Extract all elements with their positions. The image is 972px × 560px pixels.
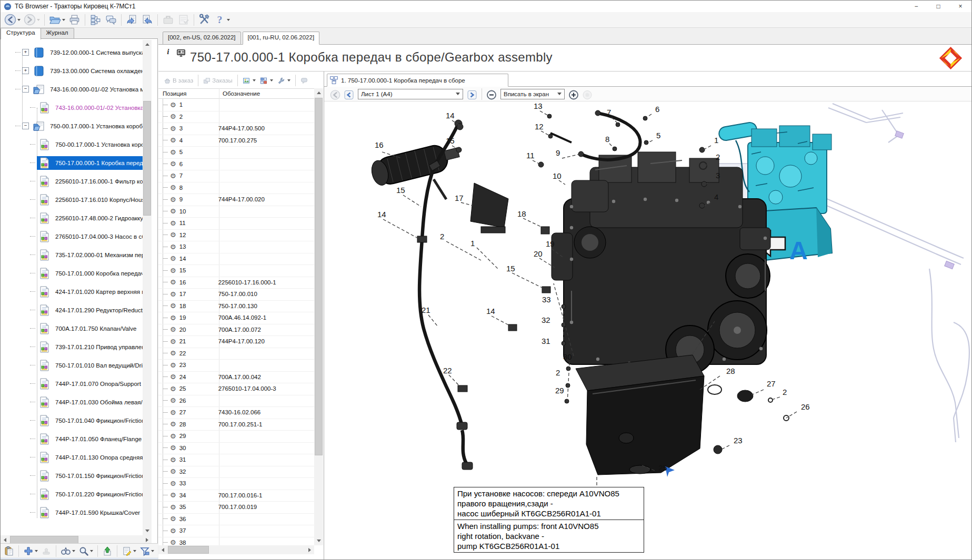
- part-callout-21[interactable]: 21: [422, 306, 430, 314]
- part-callout-2[interactable]: 2: [783, 388, 787, 396]
- parts-table-row[interactable]: ⚙9744Р4-17.00.020: [158, 194, 314, 206]
- part-callout-18[interactable]: 18: [517, 209, 526, 218]
- sidebar-item[interactable]: −743-16.00.000-01/-02 Установка муфт: [15, 80, 143, 98]
- tab--002-en-us-02-06-2022-[interactable]: [002, en-US, 02.06.2022]: [163, 32, 241, 45]
- add-node-button[interactable]: [22, 544, 39, 558]
- parts-table-row[interactable]: ⚙10: [158, 206, 314, 218]
- parts-table-row[interactable]: ⚙19700A.46.14.092-1: [158, 312, 314, 324]
- parts-table-row[interactable]: ⚙18750-17.00.130: [158, 300, 314, 313]
- tree-vscrollbar[interactable]: [143, 40, 152, 535]
- tab--001-ru-ru-02-06-2022-[interactable]: [001, ru-RU, 02.06.2022]: [243, 32, 320, 45]
- part-callout-11[interactable]: 11: [526, 151, 535, 160]
- parts-table-row[interactable]: ⚙252765010-17.04.000-3: [158, 383, 314, 395]
- parts-table-row[interactable]: ⚙37: [158, 525, 314, 537]
- table-tools-button[interactable]: [275, 74, 293, 87]
- parts-table-row[interactable]: ⚙32: [158, 466, 314, 478]
- parts-table-row[interactable]: ⚙162256010-17.16.000-1: [158, 277, 314, 289]
- part-callout-3[interactable]: 3: [716, 171, 720, 180]
- expand-toggle[interactable]: +: [22, 49, 29, 56]
- part-callout-30[interactable]: 30: [563, 352, 572, 361]
- part-callout-12[interactable]: 12: [535, 122, 544, 131]
- sidebar-item[interactable]: 744Р-17.01.590 Крышка/Cover: [30, 503, 143, 522]
- parts-table-row[interactable]: ⚙2: [158, 111, 314, 124]
- collapse-toggle[interactable]: −: [22, 123, 29, 129]
- part-callout-2[interactable]: 2: [440, 232, 444, 241]
- search-zoom-button[interactable]: [77, 544, 95, 558]
- parts-table-row[interactable]: ⚙12: [158, 229, 314, 242]
- part-callout-14[interactable]: 14: [377, 210, 386, 219]
- tab-журнал[interactable]: Журнал: [41, 28, 74, 38]
- sidebar-item[interactable]: 2256010-17.16.010 Корпус/Housing: [30, 190, 143, 209]
- part-callout-6[interactable]: 6: [655, 105, 659, 114]
- sidebar-item[interactable]: 750-17.00.000-1 Коробка передач: [30, 154, 143, 172]
- sidebar-item[interactable]: 750-17.01.150 Фрикцион/Friction: [30, 466, 143, 485]
- sidebar-item[interactable]: 424-17.01.290 Редуктор/Reduction: [30, 301, 143, 319]
- part-callout-9[interactable]: 9: [556, 148, 560, 157]
- parts-hscrollbar[interactable]: [158, 545, 314, 554]
- part-callout-16[interactable]: 16: [375, 140, 384, 149]
- next-sheet-button[interactable]: [465, 87, 479, 101]
- parts-table-row[interactable]: ⚙24700A.17.00.042: [158, 371, 314, 384]
- part-callout-1[interactable]: 1: [714, 136, 718, 145]
- structure-view-button[interactable]: [88, 13, 103, 27]
- paste-document-button[interactable]: [139, 13, 155, 27]
- diagram-canvas[interactable]: A: [324, 101, 972, 560]
- sidebar-item[interactable]: 750-00.17.000-1 Установка короб: [30, 135, 143, 154]
- part-callout-29[interactable]: 29: [555, 386, 564, 395]
- part-callout-26[interactable]: 26: [801, 402, 810, 411]
- filter-button[interactable]: [138, 544, 156, 558]
- parts-table-row[interactable]: ⚙20700A.17.00.072: [158, 324, 314, 337]
- parts-table-row[interactable]: ⚙5: [158, 146, 314, 159]
- image-mode-button[interactable]: [241, 74, 258, 87]
- maximize-button[interactable]: □: [927, 1, 949, 12]
- previous-sheet-button[interactable]: [342, 87, 356, 101]
- parts-table-row[interactable]: ⚙3744Р4-17.00.500: [158, 123, 314, 135]
- parts-table-row[interactable]: ⚙17750-17.00.010: [158, 288, 314, 301]
- parts-table-row[interactable]: ⚙13: [158, 241, 314, 253]
- sidebar-item[interactable]: 750-17.01.220 Фрикцион/Friction: [30, 485, 143, 503]
- sidebar-item[interactable]: 424-17.01.020 Картер верхняя по: [30, 282, 143, 301]
- parts-table-row[interactable]: ⚙11: [158, 217, 314, 230]
- parts-table-row[interactable]: ⚙35700.17.00.019: [158, 501, 314, 514]
- parts-table-row[interactable]: ⚙30: [158, 442, 314, 455]
- back-button[interactable]: [3, 13, 22, 27]
- zoom-out-button[interactable]: [485, 87, 498, 101]
- open-button[interactable]: [47, 13, 67, 27]
- parts-table-row[interactable]: ⚙15: [158, 264, 314, 277]
- find-button[interactable]: [59, 544, 77, 558]
- sidebar-item[interactable]: +739-13.00.000 Система охлаждения дв: [15, 62, 143, 80]
- minimize-button[interactable]: −: [905, 1, 927, 12]
- annotate-button[interactable]: [120, 544, 138, 558]
- parts-table-row[interactable]: ⚙4700.17.00.275: [158, 135, 314, 147]
- view-config-button[interactable]: [258, 74, 275, 87]
- part-callout-20[interactable]: 20: [534, 249, 543, 258]
- parts-table-row[interactable]: ⚙31: [158, 454, 314, 466]
- part-callout-28[interactable]: 28: [726, 366, 735, 375]
- parts-table-row[interactable]: ⚙29: [158, 430, 314, 443]
- parts-table-row[interactable]: ⚙22: [158, 348, 314, 360]
- part-callout-31[interactable]: 31: [542, 337, 550, 345]
- parts-table-row[interactable]: ⚙7: [158, 170, 314, 182]
- part-callout-7[interactable]: 7: [607, 108, 611, 117]
- parts-table-row[interactable]: ⚙33: [158, 477, 314, 490]
- tab-структура[interactable]: Структура: [1, 28, 41, 39]
- part-callout-27[interactable]: 27: [767, 379, 776, 388]
- part-callout-14[interactable]: 14: [446, 111, 455, 120]
- sidebar-item[interactable]: −750-00.17.000-1 Установка коробки: [15, 117, 143, 135]
- part-callout-10[interactable]: 10: [553, 171, 562, 180]
- sidebar-item[interactable]: 2765010-17.04.000-3 Насос в сбор: [30, 227, 143, 246]
- part-callout-14[interactable]: 14: [486, 307, 495, 315]
- import-button[interactable]: [101, 544, 114, 558]
- part-callout-22[interactable]: 22: [443, 366, 452, 375]
- parts-table-row[interactable]: ⚙14: [158, 253, 314, 266]
- part-callout-2[interactable]: 2: [556, 368, 560, 377]
- part-callout-15[interactable]: 15: [506, 264, 515, 273]
- parts-table-row[interactable]: ⚙1: [158, 99, 314, 111]
- parts-table-row[interactable]: ⚙21744Р4-17.00.120: [158, 335, 314, 348]
- parts-table-row[interactable]: ⚙38: [158, 537, 314, 546]
- part-callout-23[interactable]: 23: [734, 436, 743, 445]
- close-button[interactable]: ×: [949, 1, 971, 12]
- drawing-tab[interactable]: 1. 750-17.00.000-1 Коробка передач в сбо…: [327, 74, 508, 87]
- parts-table-row[interactable]: ⚙6: [158, 158, 314, 171]
- sidebar-item[interactable]: 750-17.01.010 Вал ведущий/Drivin: [30, 356, 143, 374]
